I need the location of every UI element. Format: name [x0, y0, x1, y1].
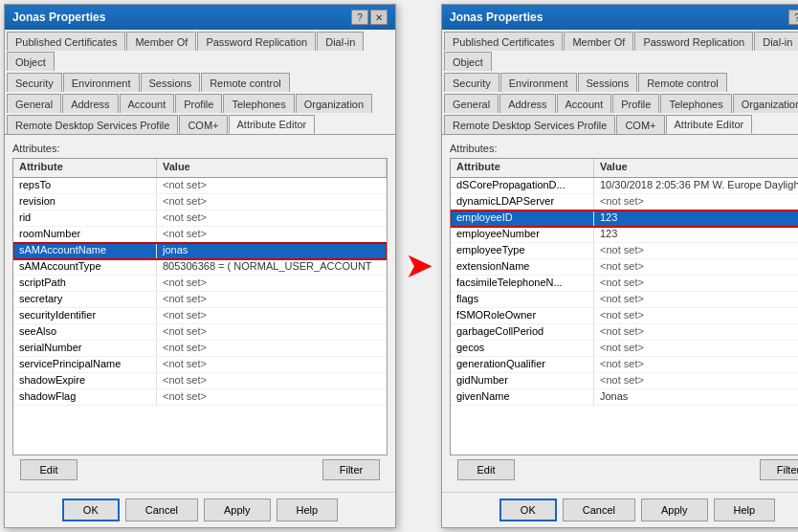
tab-dial-in-2[interactable]: Dial-in [754, 32, 798, 51]
help-button-2[interactable]: ? [788, 10, 798, 25]
ok-button-1[interactable]: OK [62, 499, 120, 521]
table-row[interactable]: secretary<not set> [13, 292, 387, 308]
edit-button-1[interactable]: Edit [20, 459, 78, 480]
col-header-attribute-1: Attribute [13, 159, 157, 177]
tab-dial-in-1[interactable]: Dial-in [317, 32, 364, 51]
table-row[interactable]: employeeNumber123 [451, 227, 798, 243]
apply-button-1[interactable]: Apply [204, 499, 271, 521]
table-row[interactable]: fSMORoleOwner<not set> [451, 308, 798, 324]
cancel-button-2[interactable]: Cancel [563, 499, 635, 521]
tab-password-replication-2[interactable]: Password Replication [634, 32, 753, 51]
tabs-area-2: Published Certificates Member Of Passwor… [442, 30, 798, 135]
table-row[interactable]: rid<not set> [13, 211, 387, 227]
cell-attribute: serialNumber [13, 341, 157, 356]
cell-attribute: revision [13, 194, 157, 210]
footer-1: OK Cancel Apply Help [5, 492, 395, 527]
edit-button-2[interactable]: Edit [457, 459, 515, 480]
tab-object-2[interactable]: Object [444, 52, 492, 71]
tab-security-1[interactable]: Security [7, 73, 62, 92]
tab-sessions-1[interactable]: Sessions [141, 73, 201, 92]
tab-com-2[interactable]: COM+ [616, 115, 664, 134]
tab-environment-2[interactable]: Environment [500, 73, 577, 92]
tab-published-certs-2[interactable]: Published Certificates [444, 32, 563, 51]
table-row[interactable]: securityIdentifier<not set> [13, 308, 387, 324]
cell-attribute: flags [451, 292, 594, 307]
tab-rdsp-1[interactable]: Remote Desktop Services Profile [7, 115, 178, 134]
filter-button-1[interactable]: Filter [322, 459, 380, 480]
tab-telephones-2[interactable]: Telephones [660, 94, 731, 113]
table-row[interactable]: shadowFlag<not set> [13, 389, 387, 406]
cell-value: <not set> [594, 357, 798, 372]
tab-organization-1[interactable]: Organization [296, 94, 372, 113]
table-row[interactable]: serialNumber<not set> [13, 341, 387, 357]
tab-sessions-2[interactable]: Sessions [578, 73, 638, 92]
close-button-1[interactable]: ✕ [370, 10, 388, 25]
cell-attribute: scriptPath [13, 276, 157, 291]
cell-value: 10/30/2018 2:05:36 PM W. Europe Daylight [594, 178, 798, 193]
table-body-2[interactable]: dSCorePropagationD...10/30/2018 2:05:36 … [451, 178, 798, 454]
table-row[interactable]: employeeID123 [451, 211, 798, 227]
help-footer-button-1[interactable]: Help [277, 499, 339, 521]
ok-button-2[interactable]: OK [499, 499, 557, 521]
tab-row-2-4: Remote Desktop Services Profile COM+ Att… [442, 113, 798, 134]
tab-address-1[interactable]: Address [62, 94, 118, 113]
footer-2: OK Cancel Apply Help [442, 492, 798, 527]
cell-value: <not set> [157, 211, 387, 226]
tab-account-2[interactable]: Account [557, 94, 612, 113]
tab-remote-control-1[interactable]: Remote control [201, 73, 290, 92]
tab-row-1-1: Published Certificates Member Of Passwor… [5, 30, 395, 71]
cell-value: <not set> [157, 373, 387, 388]
tab-password-replication-1[interactable]: Password Replication [197, 32, 316, 51]
tab-profile-1[interactable]: Profile [175, 94, 222, 113]
table-row[interactable]: sAMAccountNamejonas [13, 243, 387, 259]
table-row[interactable]: gidNumber<not set> [451, 373, 798, 389]
table-body-1[interactable]: repsTo<not set>revision<not set>rid<not … [13, 178, 387, 454]
help-footer-button-2[interactable]: Help [714, 499, 776, 521]
table-row[interactable]: sAMAccountType805306368 = ( NORMAL_USER_… [13, 259, 387, 276]
tab-general-1[interactable]: General [7, 94, 61, 113]
tab-attribute-editor-1[interactable]: Attribute Editor [229, 115, 316, 134]
tab-com-1[interactable]: COM+ [179, 115, 227, 134]
tab-member-of-2[interactable]: Member Of [564, 32, 633, 51]
table-row[interactable]: dSCorePropagationD...10/30/2018 2:05:36 … [451, 178, 798, 194]
table-row[interactable]: gecos<not set> [451, 341, 798, 357]
tab-environment-1[interactable]: Environment [63, 73, 140, 92]
filter-button-2[interactable]: Filter [760, 459, 798, 480]
tab-rdsp-2[interactable]: Remote Desktop Services Profile [444, 115, 615, 134]
table-row[interactable]: garbageCollPeriod<not set> [451, 324, 798, 341]
table-row[interactable]: revision<not set> [13, 194, 387, 211]
tab-remote-control-2[interactable]: Remote control [638, 73, 727, 92]
table-row[interactable]: extensionName<not set> [451, 259, 798, 276]
tab-security-2[interactable]: Security [444, 73, 499, 92]
arrow-icon: ➤ [406, 248, 432, 284]
table-row[interactable]: shadowExpire<not set> [13, 373, 387, 389]
table-row[interactable]: generationQualifier<not set> [451, 357, 798, 373]
tab-member-of-1[interactable]: Member Of [126, 32, 196, 51]
tab-account-1[interactable]: Account [120, 94, 175, 113]
table-row[interactable]: roomNumber<not set> [13, 227, 387, 243]
tab-row-1-3: General Address Account Profile Telephon… [5, 92, 395, 113]
table-row[interactable]: employeeType<not set> [451, 243, 798, 259]
help-button-1[interactable]: ? [351, 10, 368, 25]
tab-general-2[interactable]: General [444, 94, 499, 113]
tab-address-2[interactable]: Address [499, 94, 555, 113]
table-row[interactable]: facsimileTelephoneN...<not set> [451, 276, 798, 292]
cell-attribute: sAMAccountName [13, 243, 157, 258]
tab-attribute-editor-2[interactable]: Attribute Editor [666, 115, 753, 134]
table-row[interactable]: seeAlso<not set> [13, 324, 387, 341]
table-row[interactable]: servicePrincipalName<not set> [13, 357, 387, 373]
tab-organization-2[interactable]: Organization [733, 94, 798, 113]
cancel-button-1[interactable]: Cancel [125, 499, 198, 521]
apply-button-2[interactable]: Apply [641, 499, 708, 521]
table-row[interactable]: repsTo<not set> [13, 178, 387, 194]
table-row[interactable]: scriptPath<not set> [13, 276, 387, 292]
cell-value: <not set> [157, 341, 387, 356]
table-row[interactable]: givenNameJonas [451, 389, 798, 406]
tab-telephones-1[interactable]: Telephones [223, 94, 294, 113]
table-row[interactable]: dynamicLDAPServer<not set> [451, 194, 798, 211]
tab-profile-2[interactable]: Profile [612, 94, 659, 113]
tab-published-certs-1[interactable]: Published Certificates [7, 32, 125, 51]
title-bar-1: Jonas Properties ? ✕ [5, 5, 395, 30]
tab-object-1[interactable]: Object [7, 52, 55, 71]
table-row[interactable]: flags<not set> [451, 292, 798, 308]
